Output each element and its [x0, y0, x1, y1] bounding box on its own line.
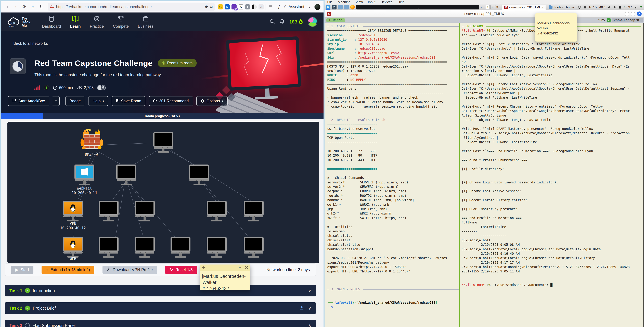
- start-attackbox-button[interactable]: Start AttackBox: [8, 96, 49, 106]
- thumbs-up-icon: [153, 98, 157, 104]
- terminal-body[interactable]: ─ 1. CSAW CONTEXT ==================== C…: [324, 23, 644, 327]
- extend-time-button[interactable]: +Extend (1h 43min left): [42, 266, 94, 274]
- terminal-line: [462, 144, 641, 149]
- extension-icon-purple[interactable]: 30: [232, 4, 236, 10]
- equalizer-icon[interactable]: ᚋ: [276, 4, 282, 10]
- assistant-button[interactable]: ☾ Assistant: [284, 4, 304, 9]
- folder-icon[interactable]: [344, 5, 349, 10]
- winrm-pane[interactable]: ─ JMP WinRM *Evil-WinRM* PS C:\Users\MdB…: [462, 24, 641, 287]
- firefox-icon[interactable]: [350, 5, 355, 10]
- workspace-1[interactable]: 1: [486, 5, 490, 9]
- task-2-header[interactable]: Task 2 ✓ Project Brief ∨: [5, 302, 316, 314]
- lock-icon[interactable]: [634, 6, 637, 9]
- keyboard-lock-icon[interactable]: [583, 6, 586, 9]
- task-download-icon[interactable]: [299, 306, 304, 311]
- home-icon[interactable]: ⌂: [30, 4, 36, 10]
- task-3-header[interactable]: Task 3 Flag Submission Panel ∧: [5, 320, 316, 327]
- volume-icon[interactable]: [608, 6, 611, 9]
- nav-item-learn[interactable]: Learn: [66, 15, 84, 29]
- start-attackbox-dropdown[interactable]: ▾: [52, 96, 60, 106]
- user-avatar[interactable]: [308, 17, 318, 27]
- menu-view[interactable]: View: [356, 0, 363, 4]
- taskbar-window-tmux[interactable]: K csaw-redcap201_TMUX: [502, 5, 546, 10]
- sticky-note-overlay[interactable]: Markus Dachroeden-Walker # 476462432: [535, 13, 577, 42]
- extension-icon-lock[interactable]: 🗝: [218, 4, 223, 10]
- start-network-button[interactable]: ▶Start: [11, 266, 34, 274]
- options-button[interactable]: ⚙ Options▾: [196, 96, 228, 106]
- workspace-switcher[interactable]: 1 2 3: [486, 5, 499, 9]
- notification-bell-icon[interactable]: [613, 6, 616, 9]
- save-room-button[interactable]: Save Room: [112, 96, 146, 106]
- extension-icon-b[interactable]: B: [225, 4, 230, 10]
- back-icon[interactable]: ‹: [4, 4, 11, 10]
- terminal-icon[interactable]: ›_: [356, 5, 479, 10]
- search-icon[interactable]: [269, 19, 275, 25]
- points-counter[interactable]: 183: [289, 18, 303, 26]
- recon-pane[interactable]: ─ 1. CSAW CONTEXT ==================== C…: [327, 24, 459, 309]
- menu-file[interactable]: File: [327, 0, 333, 4]
- add-note-icon[interactable]: +: [202, 265, 205, 270]
- monitor-node: [116, 164, 136, 185]
- tmux-window-tab[interactable]: 1 Recon: [326, 18, 345, 22]
- badge-button[interactable]: Badge: [65, 96, 85, 106]
- nav-item-business[interactable]: Business: [134, 15, 157, 29]
- chevron-up-icon[interactable]: ∧: [308, 323, 311, 327]
- note-menu-icon[interactable]: ⋯: [237, 265, 242, 270]
- terminal-line: $target_ip : 127.0.0.1:15080: [327, 37, 459, 42]
- chevron-down-icon[interactable]: ∨: [308, 288, 311, 294]
- profile-avatar[interactable]: [314, 4, 320, 10]
- recommend-button[interactable]: 301 Recommend: [149, 96, 193, 106]
- workspace-3[interactable]: 3: [495, 5, 499, 9]
- maximize-button[interactable]: [631, 12, 635, 16]
- kali-menu-icon[interactable]: K: [326, 5, 330, 10]
- minimize-button[interactable]: [625, 12, 629, 16]
- pane-divider[interactable]: [459, 23, 460, 327]
- sidebar-icon[interactable]: ☰: [267, 4, 274, 10]
- extension-icon-darkmode[interactable]: [252, 4, 257, 10]
- display-icon[interactable]: [578, 6, 581, 9]
- terminal-line: VPN(tun0) : 12.100.1.9/24: [327, 68, 459, 73]
- reset-network-button[interactable]: Reset 1/5: [165, 266, 197, 274]
- chevron-down-icon[interactable]: ∨: [306, 4, 313, 10]
- window-title: csaw-redcap201_TMUX: [324, 12, 644, 16]
- tray-clock[interactable]: 13:37: [624, 6, 632, 9]
- close-button[interactable]: ✕: [637, 12, 642, 16]
- sticky-note[interactable]: + ⋯ ✕ Markus Dachroeden-Walker # 4764624…: [200, 264, 250, 290]
- scrollbar[interactable]: [643, 23, 644, 327]
- mic-icon[interactable]: [38, 4, 44, 10]
- menu-help[interactable]: Help: [398, 0, 404, 4]
- bookmark-star-icon[interactable]: ★: [204, 4, 208, 10]
- sticky-note-body[interactable]: Markus Dachroeden-Walker # 476462432: [200, 270, 250, 294]
- chevron-down-icon[interactable]: ∨: [481, 6, 482, 8]
- close-icon[interactable]: ✕: [245, 265, 248, 270]
- nav-item-dashboard[interactable]: Dashboard: [38, 15, 65, 29]
- folder-icon[interactable]: [338, 5, 342, 10]
- help-button[interactable]: Help▾: [88, 96, 108, 106]
- bell-icon[interactable]: [280, 19, 285, 25]
- nav-item-practice[interactable]: Practice: [86, 15, 108, 29]
- link-icon[interactable]: ⧉: [210, 5, 212, 9]
- download-vpn-button[interactable]: Download VPN Profile: [102, 266, 157, 274]
- nav-item-compete[interactable]: Compete: [109, 15, 132, 29]
- menu-input[interactable]: Input: [368, 0, 375, 4]
- sync-icon[interactable]: [639, 6, 643, 9]
- back-to-networks-link[interactable]: ←Back to all networks: [8, 41, 48, 46]
- extension-icon-shield[interactable]: ▲: [245, 4, 250, 10]
- terminal-titlebar[interactable]: K csaw-redcap201_TMUX ✕: [324, 10, 644, 18]
- terminal-line: corpdc-* CORPDC (rdp, winrm, smb): [327, 189, 459, 193]
- forward-icon[interactable]: ›: [12, 4, 19, 10]
- chevron-down-icon[interactable]: ∨: [308, 306, 311, 311]
- taskbar-window-thunar[interactable]: Tools - Thunar: [547, 5, 576, 10]
- task-1-header[interactable]: Task 1 ✓ Introduction ∨: [5, 285, 316, 296]
- menu-devices[interactable]: Devices: [380, 0, 392, 4]
- thm-logo[interactable]: 10 1011100101 01 TryHackMe: [7, 16, 30, 28]
- extension-icon-misc[interactable]: ⌂: [258, 4, 264, 10]
- reload-icon[interactable]: ⟳: [21, 4, 28, 10]
- window-icon[interactable]: ▢: [332, 5, 336, 10]
- sticky-note-body[interactable]: Markus Dachroeden-Walker # 476462432: [535, 13, 577, 38]
- extension-icon-keepass[interactable]: K: [238, 4, 243, 10]
- menu-machine[interactable]: Machine: [338, 0, 350, 4]
- power-icon[interactable]: [618, 6, 622, 9]
- url-bar[interactable]: https://tryhackme.com/room/redteamcapsto…: [48, 3, 215, 11]
- workspace-2[interactable]: 2: [490, 5, 494, 9]
